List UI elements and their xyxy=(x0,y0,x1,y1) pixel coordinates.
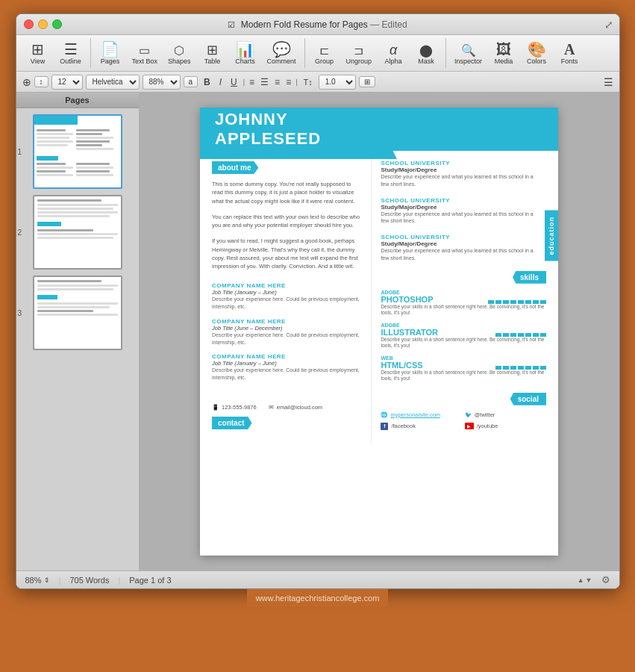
page-2-num: 2 xyxy=(18,228,22,237)
outline-icon xyxy=(64,42,78,57)
ungroup-label: Ungroup xyxy=(346,57,372,65)
page-2-wrapper: 2 xyxy=(28,195,127,270)
text-field[interactable]: a xyxy=(184,76,198,87)
edu-desc-1: Describe your experience and what you le… xyxy=(381,173,534,188)
window-title: ☑ Modern Fold Resume for Pages — Edited xyxy=(228,19,407,30)
url-text: www.heritagechristiancollege.com xyxy=(256,594,380,603)
experience-entry-1: COMPANY NAME HERE Job Title (January – J… xyxy=(212,282,362,311)
social-youtube: ▶ /youtube xyxy=(465,423,546,430)
edu-entry-3: SCHOOL UNIVERSITY Study/Major/Degree Des… xyxy=(381,234,534,262)
font-size-select[interactable]: 12 xyxy=(51,75,83,90)
pages-icon xyxy=(101,42,119,57)
phone-icon: 📱 xyxy=(212,404,219,411)
columns-btn[interactable]: ⊞ xyxy=(359,76,375,87)
twitter-icon: 🐦 xyxy=(465,411,472,418)
zoom-control[interactable]: 88% ⇕ xyxy=(25,576,50,585)
skills-section: ADOBE PHOTOSHOP xyxy=(381,290,546,382)
page-thumbnail-2[interactable] xyxy=(33,195,122,270)
page-thumbnail-1[interactable] xyxy=(33,114,122,189)
pages-label: Pages xyxy=(101,57,120,65)
align-right[interactable]: ≡ xyxy=(273,77,281,87)
toolbar-fonts[interactable]: Fonts xyxy=(554,40,585,67)
toolbar-inspector[interactable]: Inspector xyxy=(450,40,487,67)
social-section: 🌐 mypersonalsite.com 🐦 @twitter f /faceb… xyxy=(381,411,546,432)
align-center[interactable]: ☰ xyxy=(259,77,270,87)
nav-arrows[interactable]: ▲ ▼ xyxy=(578,576,592,584)
toolbar-media[interactable]: Media xyxy=(488,40,519,67)
about-text-3: If you want to read, I might suggest a g… xyxy=(212,237,362,270)
social-website: 🌐 mypersonalsite.com xyxy=(381,411,462,418)
skill-cat-3: WEB xyxy=(381,355,422,361)
align-left[interactable]: ≡ xyxy=(248,77,256,87)
about-text-2: You can replace this text with your own … xyxy=(212,213,362,230)
list-btn[interactable]: ☰ xyxy=(604,76,613,88)
resume-header: JOHNNY APPLESEED Job Profession/Title xyxy=(200,108,558,151)
status-bar: 88% ⇕ | 705 Words | Page 1 of 3 ▲ ▼ ⚙ xyxy=(16,570,619,588)
edu-entry-2: SCHOOL UNIVERSITY Study/Major/Degree Des… xyxy=(381,197,534,225)
job-title-2: Job Title (June – December) xyxy=(212,325,362,332)
page-thumbnail-3[interactable] xyxy=(33,276,122,350)
align-justify[interactable]: ≡ xyxy=(284,77,293,87)
toolbar-charts[interactable]: Charts xyxy=(230,40,261,67)
nav-icon: ⊕ xyxy=(22,76,31,88)
fullscreen-button[interactable] xyxy=(52,19,62,29)
spacing-select[interactable]: 1.0 xyxy=(319,75,356,90)
skill-cat-1: ADOBE xyxy=(381,290,433,295)
inspector-label: Inspector xyxy=(454,57,482,65)
toolbar: View Outline Pages Text Box Shapes Table… xyxy=(16,35,619,72)
text-style[interactable]: T↕ xyxy=(300,78,315,87)
prev-arrow[interactable]: ▲ xyxy=(578,576,584,584)
sidebar-title: Pages xyxy=(16,93,139,108)
toolbar-mask[interactable]: Mask xyxy=(410,40,442,67)
shapes-label: Shapes xyxy=(168,57,191,65)
settings-gear[interactable]: ⚙ xyxy=(601,574,610,585)
job-desc-2: Describe your experience here. Could be … xyxy=(212,332,362,346)
media-label: Media xyxy=(495,57,513,65)
mac-window: ☑ Modern Fold Resume for Pages — Edited … xyxy=(16,13,620,589)
shapes-icon xyxy=(174,42,184,57)
education-tab: education xyxy=(545,211,558,261)
job-desc-3: Describe your experience here. Could be … xyxy=(212,367,362,382)
resume-body: about me This is some dummy copy. You're… xyxy=(200,151,558,444)
toolbar-ungroup[interactable]: Ungroup xyxy=(342,40,377,67)
page-1-num: 1 xyxy=(18,148,22,156)
edu-entry-1: SCHOOL UNIVERSITY Study/Major/Degree Des… xyxy=(381,160,534,188)
alpha-label: Alpha xyxy=(385,57,402,65)
colors-icon xyxy=(528,42,546,57)
toolbar-pages[interactable]: Pages xyxy=(95,40,126,67)
minimize-button[interactable] xyxy=(38,19,48,29)
format-italic[interactable]: I xyxy=(216,77,225,87)
zoom-select[interactable]: 88% xyxy=(143,75,181,90)
toolbar-view[interactable]: View xyxy=(22,40,54,67)
degree-3: Study/Major/Degree xyxy=(381,240,534,247)
toolbar-colors[interactable]: Colors xyxy=(521,40,552,67)
toolbar-outline[interactable]: Outline xyxy=(55,40,87,67)
fonts-label: Fonts xyxy=(561,57,578,65)
toolbar-alpha[interactable]: Alpha xyxy=(378,40,409,67)
close-button[interactable] xyxy=(24,19,34,29)
status-separator-2: | xyxy=(118,576,120,585)
format-underline[interactable]: U xyxy=(228,77,240,87)
outline-label: Outline xyxy=(60,57,81,65)
toolbar-shapes[interactable]: Shapes xyxy=(163,40,195,67)
view-toggle[interactable]: ↕ xyxy=(34,76,49,87)
fonts-icon xyxy=(564,42,575,57)
sidebar: Pages xyxy=(16,93,140,570)
skill-entry-2: ADOBE ILLUSTRATOR xyxy=(381,323,546,349)
website-icon: 🌐 xyxy=(381,411,387,418)
degree-1: Study/Major/Degree xyxy=(381,167,534,173)
resize-button[interactable]: ⤢ xyxy=(604,19,613,31)
toolbar-group[interactable]: Group xyxy=(309,40,340,67)
about-text-1: This is some dummy copy. You're not real… xyxy=(212,180,362,205)
zoom-stepper[interactable]: ⇕ xyxy=(44,576,50,584)
company-3: COMPANY NAME HERE xyxy=(212,353,362,360)
font-family-select[interactable]: Helvetica xyxy=(86,75,140,90)
toolbar-comment[interactable]: Comment xyxy=(263,40,301,67)
toolbar-table[interactable]: Table xyxy=(197,40,228,67)
toolbar-textbox[interactable]: Text Box xyxy=(128,40,163,67)
format-bold[interactable]: B xyxy=(201,77,213,87)
skill-entry-3: WEB HTML/CSS xyxy=(381,355,546,382)
next-arrow[interactable]: ▼ xyxy=(586,576,592,584)
school-2: SCHOOL UNIVERSITY xyxy=(381,197,534,204)
document-area[interactable]: JOHNNY APPLESEED Job Profession/Title ab… xyxy=(140,93,619,570)
